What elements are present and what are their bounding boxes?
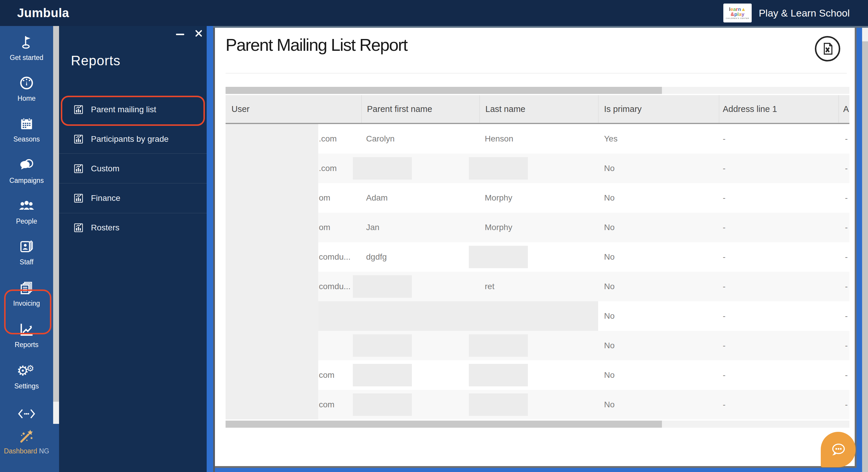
- sidebar-item-settings[interactable]: ⚙⚙Settings: [0, 361, 53, 390]
- cell-address-line-1: -: [723, 154, 725, 183]
- school-logo[interactable]: learn▲ &play CHILDREN'S CENTER: [723, 4, 752, 23]
- cell-address-line-2: -: [845, 272, 848, 301]
- flyout-item-label: Participants by grade: [91, 135, 168, 144]
- redacted-user-column-overlay: [225, 124, 318, 419]
- table-row[interactable]: comNo--: [225, 360, 849, 390]
- sidebar-item-label: Invoicing: [0, 299, 53, 307]
- flyout-item-parent-mailing-list[interactable]: Parent mailing list: [59, 95, 207, 124]
- column-separator: [361, 95, 362, 123]
- excel-export-icon[interactable]: [815, 36, 840, 61]
- cell-is-primary: No: [604, 154, 615, 183]
- sidebar-item-staff[interactable]: Staff: [0, 237, 53, 266]
- column-header-parent-first-name[interactable]: Parent first name: [367, 95, 432, 123]
- column-header-is-primary[interactable]: Is primary: [604, 95, 642, 123]
- chat-bubbles-icon: [0, 156, 53, 174]
- jumbula-logo[interactable]: Jumbula: [17, 0, 69, 26]
- column-header-last-name[interactable]: Last name: [485, 95, 525, 123]
- magic-wand-icon: [0, 426, 53, 445]
- cell-is-primary: No: [604, 360, 615, 390]
- report-table: UserParent first nameLast nameIs primary…: [225, 87, 849, 453]
- redacted-last-name: [469, 334, 528, 357]
- column-header-a[interactable]: A: [843, 95, 849, 123]
- people-icon: [0, 197, 53, 215]
- sidebar-item-dev-tools[interactable]: [0, 405, 53, 423]
- table-row[interactable]: comNo--: [225, 390, 849, 419]
- column-separator: [598, 95, 598, 123]
- top-bar: Jumbula learn▲ &play CHILDREN'S CENTER P…: [0, 0, 868, 26]
- table-row[interactable]: .comNo--: [225, 154, 849, 183]
- table-row[interactable]: .comCarolynHensonYes--: [225, 124, 849, 154]
- flyout-separator: [59, 213, 207, 213]
- gauge-icon: [0, 74, 53, 92]
- chat-widget-button[interactable]: [821, 432, 856, 467]
- page-title: Parent Mailing List Report: [225, 35, 407, 55]
- reports-flyout-panel: Reports Parent mailing listParticipants …: [59, 26, 207, 472]
- close-icon[interactable]: [194, 29, 203, 39]
- flyout-item-participants-by-grade[interactable]: Participants by grade: [59, 124, 207, 154]
- bar-chart-icon: [73, 134, 84, 144]
- redacted-first-name: [353, 157, 412, 180]
- table-bottom-scrollbar-track[interactable]: [225, 421, 849, 428]
- sidebar-item-reports[interactable]: Reports: [0, 320, 53, 349]
- flyout-item-finance[interactable]: Finance: [59, 183, 207, 213]
- table-row[interactable]: omJanMorphyNo--: [225, 213, 849, 242]
- sidebar-item-home[interactable]: Home: [0, 74, 53, 102]
- main-content: Parent Mailing List Report UserParent fi…: [215, 28, 855, 466]
- table-top-scrollbar-track[interactable]: [225, 87, 849, 94]
- flyout-item-rosters[interactable]: Rosters: [59, 213, 207, 242]
- table-body: .comCarolynHensonYes--.comNo--omAdamMorp…: [225, 124, 849, 419]
- flyout-scrollbar[interactable]: [207, 26, 213, 472]
- cell-user: .com: [319, 154, 337, 183]
- sidebar-item-label: Dashboard NG: [0, 447, 53, 455]
- minimize-icon[interactable]: [176, 34, 184, 35]
- cell-parent-first-name: Adam: [366, 183, 388, 213]
- table-top-scrollbar-thumb[interactable]: [225, 87, 662, 94]
- cell-address-line-2: -: [845, 154, 848, 183]
- cell-user: com: [319, 390, 335, 419]
- column-header-user[interactable]: User: [231, 95, 249, 123]
- sidebar-item-invoicing[interactable]: Invoicing: [0, 279, 53, 307]
- flyout-item-label: Rosters: [91, 223, 119, 232]
- cell-last-name: Henson: [485, 124, 514, 154]
- school-name[interactable]: Play & Learn School: [759, 7, 850, 19]
- table-row[interactable]: comdu...dgdfgNo--: [225, 242, 849, 272]
- sidebar-item-dashboard-ng[interactable]: Dashboard NG: [0, 426, 53, 455]
- cell-is-primary: No: [604, 390, 615, 419]
- cell-parent-first-name: dgdfg: [366, 242, 387, 272]
- sidebar-scrollbar-thumb[interactable]: [53, 402, 59, 424]
- cell-address-line-1: -: [723, 390, 725, 419]
- line-chart-icon: [0, 320, 53, 338]
- page-scrollbar-thumb[interactable]: [862, 41, 868, 472]
- table-row[interactable]: omAdamMorphyNo--: [225, 183, 849, 213]
- table-bottom-scrollbar-thumb[interactable]: [225, 421, 662, 428]
- redacted-first-name: [353, 393, 412, 416]
- calendar-icon: [0, 115, 53, 133]
- column-header-address-line-1[interactable]: Address line 1: [723, 95, 777, 123]
- staff-card-icon: [0, 237, 53, 256]
- cell-address-line-1: -: [723, 124, 725, 154]
- cell-address-line-2: -: [845, 124, 848, 154]
- school-logo-line2: &play: [731, 12, 744, 17]
- cell-address-line-1: -: [723, 183, 725, 213]
- cell-user: comdu...: [319, 242, 350, 272]
- sidebar-item-campaigns[interactable]: Campaigns: [0, 156, 53, 185]
- flyout-item-custom[interactable]: Custom: [59, 154, 207, 183]
- sidebar-item-get-started[interactable]: Get started: [0, 33, 53, 62]
- table-row[interactable]: No--: [225, 331, 849, 360]
- primary-sidebar: Get startedHomeSeasonsCampaignsPeopleSta…: [0, 26, 59, 472]
- table-row[interactable]: comdu...retNo--: [225, 272, 849, 301]
- cell-is-primary: No: [604, 331, 615, 360]
- sidebar-item-seasons[interactable]: Seasons: [0, 115, 53, 143]
- sidebar-item-people[interactable]: People: [0, 197, 53, 225]
- table-row[interactable]: No--: [225, 301, 849, 331]
- sidebar-item-label: People: [0, 217, 53, 225]
- sidebar-scrollbar-track[interactable]: [53, 26, 59, 402]
- sidebar-item-label: Settings: [0, 382, 53, 390]
- flyout-title: Reports: [71, 53, 120, 68]
- cell-user: comdu...: [319, 272, 350, 301]
- redacted-last-name: [469, 157, 528, 180]
- bar-chart-icon: [73, 104, 84, 115]
- bar-chart-icon: [73, 193, 84, 204]
- chat-bubble-icon: [829, 440, 848, 459]
- flag-icon: [0, 33, 53, 51]
